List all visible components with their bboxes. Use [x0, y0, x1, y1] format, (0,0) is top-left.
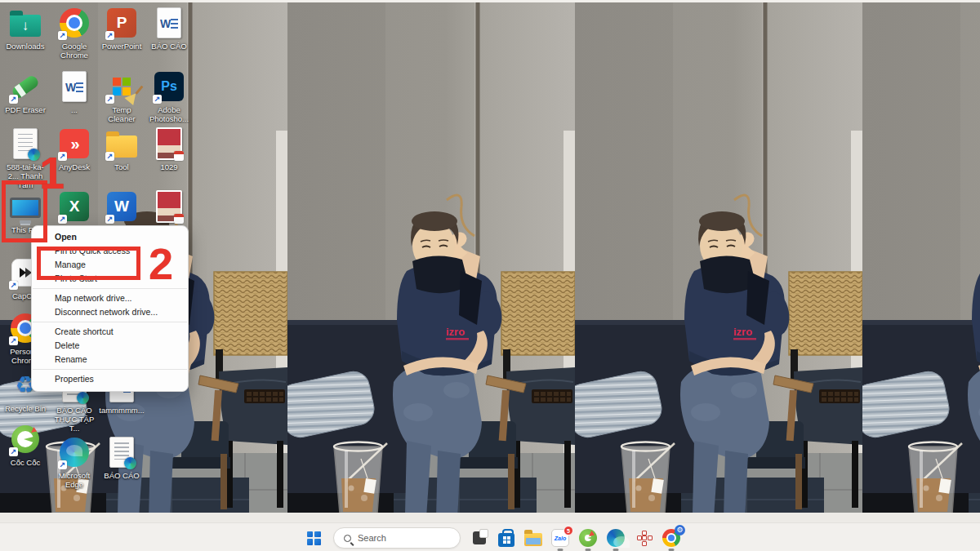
task-view-icon — [473, 531, 486, 544]
edge-badge-icon — [77, 392, 89, 404]
search-input[interactable] — [358, 533, 439, 543]
desktop-icon-1029[interactable]: 1029 — [145, 126, 193, 171]
icon-label: tammmmm... — [99, 406, 144, 415]
icon-label: BÁO CÁO THỰC TẬP T... — [51, 406, 98, 433]
taskbar: Zalo 5 ⚙ — [0, 522, 980, 551]
desktop-icon-photo[interactable] — [145, 189, 193, 225]
desktop-icon-bao-cao[interactable]: W BÁO CÁO — [145, 5, 193, 51]
shortcut-arrow-icon: ↗ — [9, 447, 18, 456]
icon-label: PDF Eraser — [5, 105, 46, 114]
photo-icon — [156, 190, 182, 223]
word-document-icon: W — [62, 71, 87, 102]
word-document-icon: W — [157, 7, 181, 38]
calendar-badge-icon — [174, 151, 184, 161]
calendar-badge-icon — [174, 214, 184, 224]
icon-label: Cốc Cốc — [11, 458, 40, 467]
menu-separator — [33, 322, 187, 322]
icon-label: Tool — [114, 162, 128, 171]
desktop-icon-temp-cleaner[interactable]: ↗ Temp Cleaner — [98, 69, 145, 123]
shortcut-arrow-icon: ↗ — [9, 281, 18, 290]
desktop-icon-tool[interactable]: ↗ Tool — [98, 126, 145, 171]
desktop-icon-pdf-eraser[interactable]: ↗ PDF Eraser — [2, 69, 49, 114]
notification-badge: 5 — [564, 526, 573, 535]
icon-label: Recycle Bin — [5, 404, 46, 413]
file-explorer-icon — [524, 533, 542, 546]
menu-item-disconnect-network-drive[interactable]: Disconnect network drive... — [32, 305, 188, 319]
desktop-icon-coc-coc[interactable]: ↗ Cốc Cốc — [2, 421, 49, 467]
wallpaper-tile — [862, 0, 980, 522]
desktop-icon-google-chrome[interactable]: ↗ Google Chrome — [51, 5, 98, 60]
icon-label: BÁO CÁO — [151, 42, 186, 51]
microsoft-store-icon — [498, 533, 514, 547]
downloads-folder-icon: ↓ — [10, 15, 41, 37]
icon-label: Google Chrome — [51, 42, 98, 60]
shortcut-arrow-icon: ↗ — [105, 95, 114, 104]
zalo-button[interactable]: Zalo 5 — [550, 528, 570, 548]
start-button[interactable] — [304, 528, 323, 548]
windows-start-icon — [307, 531, 321, 545]
shortcut-arrow-icon: ↗ — [105, 152, 114, 161]
document-edge-icon — [13, 128, 38, 159]
menu-item-create-shortcut[interactable]: Create shortcut — [32, 325, 188, 339]
icon-label: Adobe Photosho... — [145, 105, 193, 123]
zalo-wordmark: Zalo — [555, 535, 566, 541]
taskbar-search[interactable] — [333, 527, 461, 549]
desktop-icon-microsoft-edge[interactable]: ↗ Microsoft Edge — [51, 434, 98, 489]
annotation-step-1: 1 — [39, 150, 65, 196]
zalo-icon: Zalo 5 — [551, 529, 569, 547]
file-explorer-button[interactable] — [523, 528, 543, 548]
annotation-step-2: 2 — [149, 242, 173, 286]
shortcut-arrow-icon: ↗ — [9, 336, 18, 345]
icon-label: Microsoft Edge — [51, 471, 98, 489]
coc-coc-icon — [579, 529, 597, 547]
icon-label: 1029 — [160, 162, 177, 171]
icon-label: Downloads — [7, 42, 45, 51]
desktop-icon-doc[interactable]: W ... — [51, 69, 98, 114]
search-icon — [344, 535, 351, 542]
menu-separator — [33, 288, 187, 289]
chrome-profile-button[interactable]: ⚙ — [662, 528, 681, 548]
gear-badge-icon: ⚙ — [675, 525, 685, 535]
shortcut-arrow-icon: ↗ — [153, 95, 162, 104]
menu-separator — [33, 369, 187, 370]
shortcut-arrow-icon: ↗ — [9, 95, 18, 104]
photo-icon — [156, 127, 182, 160]
edge-icon — [607, 529, 625, 547]
edge-badge-icon — [28, 149, 40, 161]
menu-item-rename[interactable]: Rename — [32, 353, 188, 367]
icon-label: Temp Cleaner — [98, 105, 145, 123]
shortcut-arrow-icon: ↗ — [105, 31, 114, 40]
wallpaper-tile — [287, 0, 575, 522]
desktop-icon-downloads[interactable]: ↓ Downloads — [2, 5, 49, 51]
task-view-button[interactable] — [470, 528, 489, 548]
shortcut-arrow-icon: ↗ — [58, 31, 67, 40]
shortcut-arrow-icon: ↗ — [58, 215, 67, 224]
menu-item-map-network-drive[interactable]: Map network drive... — [32, 291, 188, 305]
desktop-icon-powerpoint[interactable]: P↗ PowerPoint — [98, 5, 145, 51]
edge-badge-icon — [124, 457, 136, 469]
vietnamese-ime-keyboard-icon — [637, 531, 653, 546]
annotation-box-manage — [37, 247, 140, 280]
icon-label: BÁO CÁO — [104, 471, 139, 480]
icon-label: PowerPoint — [102, 42, 142, 51]
shortcut-arrow-icon: ↗ — [105, 215, 114, 224]
shortcut-arrow-icon: ↗ — [58, 460, 67, 469]
microsoft-store-button[interactable] — [497, 528, 516, 548]
menu-item-delete[interactable]: Delete — [32, 339, 188, 353]
wallpaper-tile — [575, 0, 862, 522]
coc-coc-button[interactable] — [578, 528, 598, 548]
menu-item-properties[interactable]: Properties — [32, 372, 188, 386]
icon-label: ... — [71, 105, 78, 114]
ime-keyboard-button[interactable] — [635, 528, 654, 548]
document-edge-icon — [109, 437, 134, 468]
desktop-icon-bao-cao-2[interactable]: BÁO CÁO — [98, 434, 145, 480]
edge-button[interactable] — [606, 528, 626, 548]
desktop-icon-photoshop[interactable]: Ps↗ Adobe Photosho... — [145, 69, 193, 123]
